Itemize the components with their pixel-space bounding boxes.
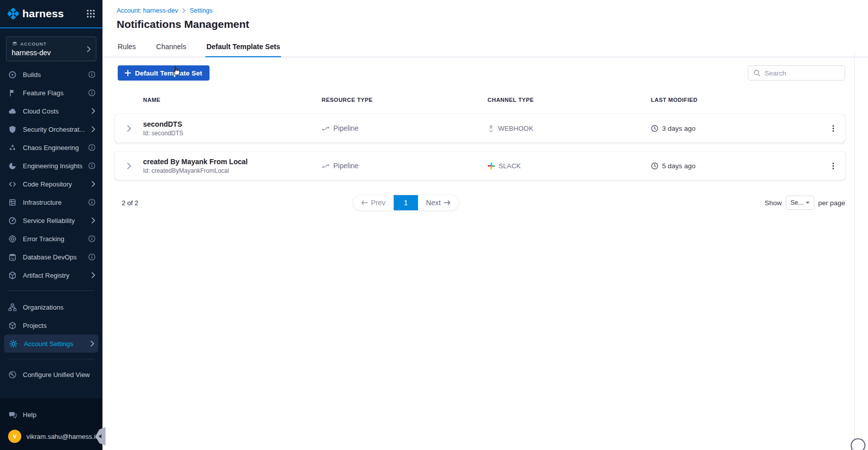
service-reliability-icon [8, 216, 17, 225]
breadcrumb-separator-icon [182, 8, 186, 13]
account-label: ACCOUNT [20, 42, 47, 47]
security-shield-icon [8, 125, 17, 134]
slack-icon [488, 162, 495, 170]
arrow-right-icon [444, 200, 450, 205]
database-devops-icon [8, 253, 17, 261]
resource-type-cell: Pipeline [322, 162, 488, 170]
chevron-right-icon [91, 126, 95, 132]
chevron-right-icon [91, 181, 95, 187]
content-right-divider [854, 53, 855, 450]
next-page-button[interactable]: Next [418, 195, 459, 210]
clock-icon [651, 162, 658, 170]
resource-type-cell: Pipeline [322, 124, 488, 132]
tab-bar: Rules Channels Default Template Sets [102, 39, 868, 57]
sidebar-item-builds[interactable]: Builds [0, 65, 102, 84]
main-content: Account: harness-dev Settings Notificati… [102, 0, 868, 450]
chevron-right-icon [87, 46, 91, 52]
account-info: ACCOUNT harness-dev [12, 41, 87, 57]
row-menu-kebab-icon[interactable] [821, 160, 845, 172]
info-icon[interactable] [88, 235, 95, 242]
module-nav: Builds Feature Flags Cloud Costs Securit… [0, 65, 102, 284]
sidebar-footer: Help v vikram.sahu@harness.io [0, 398, 102, 450]
page-size-control: Show Se... per page [765, 196, 845, 210]
chaos-engineering-icon [8, 143, 17, 152]
logo-text: harness [22, 8, 64, 20]
info-icon[interactable] [88, 144, 95, 151]
settings-gear-icon [9, 340, 18, 348]
sidebar-item-error-tracking[interactable]: Error Tracking [0, 230, 102, 248]
page-size-select[interactable]: Se... [786, 196, 814, 210]
pipeline-icon [322, 124, 330, 132]
channel-type-cell: WEBHOOK [488, 125, 651, 132]
tab-default-template-sets[interactable]: Default Template Sets [205, 39, 281, 57]
app-launcher-grid-icon[interactable] [86, 9, 95, 18]
sidebar-item-configure-unified-view[interactable]: Configure Unified View [0, 365, 102, 384]
tab-rules[interactable]: Rules [117, 39, 137, 57]
last-modified-cell: 5 days ago [651, 162, 821, 170]
info-icon[interactable] [88, 253, 95, 260]
table-row[interactable]: created By Mayank From Local Id: created… [115, 152, 845, 180]
last-modified-cell: 3 days ago [651, 125, 821, 132]
chevron-right-icon [91, 272, 95, 278]
info-icon[interactable] [88, 162, 95, 169]
info-icon[interactable] [88, 89, 95, 96]
sidebar-item-database-devops[interactable]: Database DevOps [0, 248, 102, 266]
column-header-name: NAME [143, 97, 322, 103]
column-header-channel-type: CHANNEL TYPE [488, 97, 651, 103]
row-menu-kebab-icon[interactable] [821, 122, 845, 135]
sidebar-item-artifact-registry[interactable]: Artifact Registry [0, 266, 102, 284]
harness-logo-icon [6, 7, 20, 21]
user-menu[interactable]: v vikram.sahu@harness.io [0, 424, 102, 450]
sidebar-item-organizations[interactable]: Organizations [0, 298, 102, 316]
info-icon[interactable] [88, 199, 95, 206]
sidebar-divider [8, 290, 94, 291]
cloud-costs-icon [8, 107, 17, 116]
scope-nav: Organizations Projects Account Settings [0, 298, 102, 353]
table-row[interactable]: secondDTS Id: secondDTS Pipeline WEBHOOK… [115, 114, 845, 142]
add-default-template-set-button[interactable]: Default Template Set [118, 65, 210, 81]
sidebar: harness ACCOUNT harness-dev [0, 0, 102, 450]
page-number-button[interactable]: 1 [394, 195, 418, 210]
table-header: NAME RESOURCE TYPE CHANNEL TYPE LAST MOD… [115, 95, 845, 105]
account-selector[interactable]: ACCOUNT harness-dev [6, 36, 96, 61]
tab-channels[interactable]: Channels [155, 39, 187, 57]
prev-page-button[interactable]: Prev [353, 195, 394, 210]
help-button[interactable]: Help [0, 405, 102, 424]
sidebar-item-security-orchestration[interactable]: Security Orchestrat... [0, 120, 102, 138]
template-set-name: secondDTS [143, 120, 322, 128]
tab-content: Default Template Set NAME RESOURCE TYPE … [102, 57, 868, 210]
breadcrumb-settings-link[interactable]: Settings [190, 7, 213, 14]
row-expander-chevron-icon[interactable] [115, 163, 143, 169]
template-set-id: Id: createdByMayankFromLocal [143, 167, 322, 174]
sidebar-item-chaos-engineering[interactable]: Chaos Engineering [0, 138, 102, 157]
app-window: harness ACCOUNT harness-dev [0, 0, 868, 450]
sidebar-item-feature-flags[interactable]: Feature Flags [0, 84, 102, 102]
name-cell: created By Mayank From Local Id: created… [143, 158, 322, 174]
infrastructure-icon [8, 198, 17, 207]
column-header-resource-type: RESOURCE TYPE [322, 97, 488, 103]
sidebar-item-infrastructure[interactable]: Infrastructure [0, 193, 102, 211]
sidebar-item-account-settings[interactable]: Account Settings [4, 334, 98, 353]
info-icon[interactable] [88, 71, 95, 78]
show-label: Show [765, 199, 782, 207]
sidebar-item-engineering-insights[interactable]: Engineering Insights [0, 157, 102, 175]
template-set-id: Id: secondDTS [143, 130, 322, 137]
chevron-right-icon [91, 108, 95, 114]
avatar: v [8, 430, 21, 443]
sidebar-item-cloud-costs[interactable]: Cloud Costs [0, 102, 102, 120]
help-chat-icon [8, 410, 17, 419]
search-input[interactable] [765, 69, 840, 77]
pipeline-icon [322, 162, 330, 170]
chevron-down-icon [806, 202, 810, 204]
pagination-count: 2 of 2 [122, 199, 138, 207]
sidebar-item-service-reliability[interactable]: Service Reliability [0, 211, 102, 230]
sidebar-item-code-repository[interactable]: Code Repository [0, 175, 102, 193]
chevron-right-icon [91, 217, 95, 223]
row-expander-chevron-icon[interactable] [115, 125, 143, 132]
webhook-icon [488, 125, 495, 132]
search-icon [753, 69, 760, 77]
breadcrumb: Account: harness-dev Settings [117, 7, 868, 14]
breadcrumb-account-link[interactable]: Account: harness-dev [117, 7, 178, 14]
sidebar-item-projects[interactable]: Projects [0, 316, 102, 334]
chat-widget-icon[interactable] [850, 437, 867, 450]
